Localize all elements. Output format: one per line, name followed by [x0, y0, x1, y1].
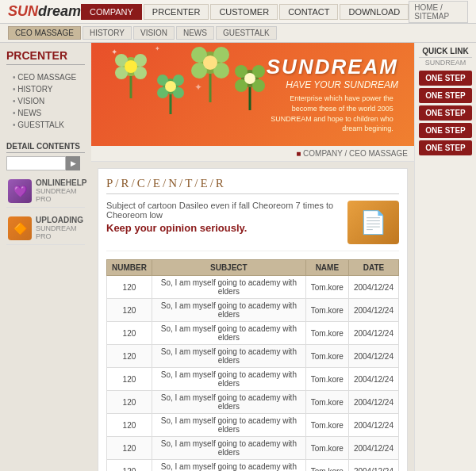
table-cell-subject: So, I am myself going to academy with el…: [152, 276, 305, 299]
table-row[interactable]: 120So, I am myself going to academy with…: [107, 391, 399, 414]
sidebar-item-vision[interactable]: VISION: [6, 95, 85, 107]
announcement-image: 📄: [347, 201, 399, 244]
table-row[interactable]: 120So, I am myself going to academy with…: [107, 322, 399, 345]
sidebar-title: PRCENTER: [6, 49, 85, 65]
banner: ✦ ✦ ✦ SUNDREAM HAVE YOUR SUNDREAM Enterp…: [91, 43, 414, 146]
table-cell-number: 120: [107, 437, 152, 460]
table-cell-name: Tom.kore: [305, 276, 348, 299]
breadcrumb-text: COMPANY / CEO MASSAGE: [303, 149, 408, 158]
table-cell-date: 2004/12/24: [348, 437, 398, 460]
banner-flowers: ✦ ✦ ✦: [91, 43, 282, 146]
table-row[interactable]: 120So, I am myself going to academy with…: [107, 299, 399, 322]
tool-icon-uploading: 🔶: [8, 216, 32, 240]
page-title: P/R/C/E/N/T/E/R: [106, 177, 399, 194]
sidebar-item-news[interactable]: NEWS: [6, 107, 85, 119]
table-cell-date: 2004/12/24: [348, 345, 398, 368]
nav-item-download[interactable]: DOWNLOAD: [340, 4, 409, 20]
main-content: ✦ ✦ ✦ SUNDREAM HAVE YOUR SUNDREAM Enterp…: [91, 43, 414, 471]
table-cell-name: Tom.kore: [305, 368, 348, 391]
table-cell-number: 120: [107, 414, 152, 437]
table-cell-name: Tom.kore: [305, 345, 348, 368]
table-cell-number: 120: [107, 345, 152, 368]
breadcrumb: ■ COMPANY / CEO MASSAGE: [296, 149, 408, 158]
nav-item-company[interactable]: COMPANY: [81, 4, 142, 20]
banner-subtitle: HAVE YOUR SUNDREAM: [267, 79, 398, 90]
quick-button-2[interactable]: ONE STEP: [419, 105, 472, 121]
top-right-link[interactable]: HOME / SITEMAP: [409, 1, 468, 23]
quick-button-0[interactable]: ONE STEP: [419, 71, 472, 86]
banner-title: SUNDREAM: [267, 55, 398, 79]
table-cell-subject: So, I am myself going to academy with el…: [152, 345, 305, 368]
table-cell-number: 120: [107, 391, 152, 414]
nav-menu: COMPANYPRCENTERCUSTOMERCONTACTDOWNLOAD: [81, 4, 409, 20]
table-row[interactable]: 120So, I am myself going to academy with…: [107, 460, 399, 472]
sidebar-item-history[interactable]: HISTORY: [6, 83, 85, 95]
sidebar-item-ceo-massage[interactable]: CEO MASSAGE: [6, 71, 85, 83]
announcement: Subject of cartoon Dasileo even if fall …: [106, 201, 399, 251]
sidebar-items: CEO MASSAGEHISTORYVISIONNEWSGUESTTALK: [6, 71, 85, 131]
quick-button-4[interactable]: ONE STEP: [419, 140, 472, 155]
svg-text:✦: ✦: [111, 48, 117, 56]
tool-icon-online-help: 💜: [8, 179, 32, 203]
sub-nav-item-history[interactable]: HISTORY: [83, 26, 132, 40]
svg-point-26: [244, 73, 255, 84]
tool-sub-online-help: SUNDREAM PRO: [36, 187, 86, 203]
quick-button-3[interactable]: ONE STEP: [419, 123, 472, 138]
announcement-text: Subject of cartoon Dasileo even if fall …: [106, 201, 341, 234]
sub-nav-item-guesttalk[interactable]: GUESTTALK: [216, 26, 277, 40]
table-cell-name: Tom.kore: [305, 299, 348, 322]
sub-nav-item-vision[interactable]: VISION: [133, 26, 175, 40]
sub-nav: CEO MASSAGEHISTORYVISIONNEWSGUESTTALK: [0, 24, 476, 43]
table-cell-name: Tom.kore: [305, 437, 348, 460]
table-row[interactable]: 120So, I am myself going to academy with…: [107, 414, 399, 437]
sidebar-tool-uploading[interactable]: 🔶 UPLOADING SUNDREAM PRO: [6, 212, 85, 245]
sidebar-tool-online-help[interactable]: 💜 ONLINEHELP SUNDREAM PRO: [6, 174, 85, 208]
table-cell-subject: So, I am myself going to academy with el…: [152, 368, 305, 391]
logo: SUNdream: [8, 3, 81, 20]
logo-dream: dream: [38, 3, 81, 19]
table-cell-date: 2004/12/24: [348, 368, 398, 391]
tool-label-online-help: ONLINEHELP: [36, 178, 86, 187]
quick-buttons: ONE STEPONE STEPONE STEPONE STEPONE STEP: [419, 71, 472, 155]
table-cell-subject: So, I am myself going to academy with el…: [152, 460, 305, 472]
table-cell-subject: So, I am myself going to academy with el…: [152, 322, 305, 345]
table-row[interactable]: 120So, I am myself going to academy with…: [107, 276, 399, 299]
table-cell-number: 120: [107, 368, 152, 391]
nav-item-contact[interactable]: CONTACT: [279, 4, 338, 20]
sidebar-search-button[interactable]: ▶: [66, 156, 80, 170]
table-cell-name: Tom.kore: [305, 391, 348, 414]
table-row[interactable]: 120So, I am myself going to academy with…: [107, 437, 399, 460]
table-cell-date: 2004/12/24: [348, 322, 398, 345]
nav-item-prcenter[interactable]: PRCENTER: [144, 4, 209, 20]
sub-nav-item-news[interactable]: NEWS: [176, 26, 214, 40]
nav-item-customer[interactable]: CUSTOMER: [210, 4, 278, 20]
table-row[interactable]: 120So, I am myself going to academy with…: [107, 368, 399, 391]
table-cell-date: 2004/12/24: [348, 276, 398, 299]
table-header-name: NAME: [305, 260, 348, 276]
table-cell-name: Tom.kore: [305, 322, 348, 345]
quick-button-1[interactable]: ONE STEP: [419, 88, 472, 103]
svg-point-19: [203, 56, 217, 70]
table-cell-date: 2004/12/24: [348, 414, 398, 437]
table-cell-name: Tom.kore: [305, 414, 348, 437]
sub-nav-item-ceo-massage[interactable]: CEO MASSAGE: [8, 26, 81, 40]
table-row[interactable]: 120So, I am myself going to academy with…: [107, 345, 399, 368]
tool-label-uploading: UPLOADING: [36, 216, 83, 224]
sidebar-search-input[interactable]: [6, 156, 66, 170]
table-header-number: NUMBER: [107, 260, 152, 276]
sidebar-item-guesttalk[interactable]: GUESTTALK: [6, 119, 85, 131]
sidebar: PRCENTER CEO MASSAGEHISTORYVISIONNEWSGUE…: [0, 43, 91, 471]
announcement-subject: Subject of cartoon Dasileo even if fall …: [106, 201, 341, 220]
banner-desc: Enterprise which have power the become t…: [267, 94, 393, 133]
table-header-date: DATE: [348, 260, 398, 276]
content-box: P/R/C/E/N/T/E/R Subject of cartoon Dasil…: [98, 168, 408, 471]
svg-point-5: [125, 60, 137, 73]
data-table: NUMBERSUBJECTNAMEDATE120So, I am myself …: [106, 259, 399, 471]
table-cell-name: Tom.kore: [305, 460, 348, 472]
table-cell-subject: So, I am myself going to academy with el…: [152, 437, 305, 460]
table-cell-number: 120: [107, 322, 152, 345]
table-cell-date: 2004/12/24: [348, 391, 398, 414]
table-cell-date: 2004/12/24: [348, 299, 398, 322]
sidebar-detail-title: DETAIL CONTENTS: [6, 142, 85, 153]
svg-text:✦: ✦: [194, 82, 202, 93]
